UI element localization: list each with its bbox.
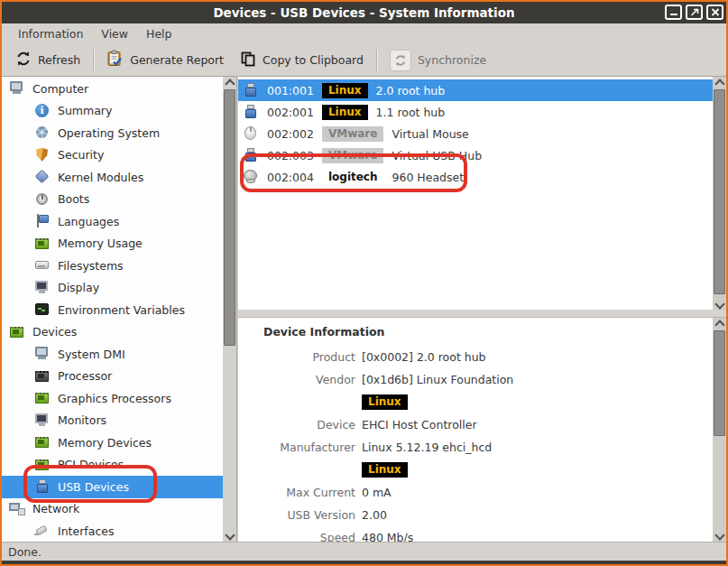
generate-report-button[interactable]: Generate Report xyxy=(98,46,232,74)
drive-icon xyxy=(34,257,51,274)
sidebar-item-pci-devices[interactable]: PCI Devices xyxy=(2,454,223,477)
scroll-up-arrow[interactable] xyxy=(223,77,236,89)
device-name: 2.0 root hub xyxy=(376,84,446,97)
scroll-up-arrow[interactable] xyxy=(713,318,726,330)
sidebar-item-label: Memory Devices xyxy=(58,436,152,450)
memory-chip-icon xyxy=(34,457,51,473)
chevron-down-icon xyxy=(714,530,724,540)
sidebar-item-interfaces[interactable]: Interfaces xyxy=(2,520,223,542)
vendor-badge: logitech xyxy=(322,170,384,185)
sidebar-item-network[interactable]: Network xyxy=(2,498,223,521)
sidebar-item-label: Interfaces xyxy=(58,524,114,538)
info-row-badge: Linux xyxy=(238,391,713,413)
info-panel-scrollbar-thumb[interactable] xyxy=(714,330,725,436)
info-panel-scrollbar[interactable] xyxy=(713,318,726,542)
flag-icon xyxy=(34,213,51,229)
sidebar-item-summary[interactable]: Summary xyxy=(2,100,223,123)
device-name: Virtual Mouse xyxy=(392,127,468,141)
toolbar-separator xyxy=(93,50,94,71)
copy-to-clipboard-button[interactable]: Copy to Clipboard xyxy=(232,47,372,74)
sidebar-item-label: Network xyxy=(32,502,79,515)
vendor-badge: Linux xyxy=(322,83,368,98)
info-value: 0 mA xyxy=(362,486,392,499)
statusbar: Done. xyxy=(2,542,726,561)
sidebar-item-boots[interactable]: Boots xyxy=(2,189,223,211)
info-label: Vendor xyxy=(238,373,362,386)
sidebar-item-usb-devices[interactable]: USB Devices xyxy=(2,476,223,498)
sidebar-item-security[interactable]: Security xyxy=(2,144,223,167)
synchronize-button[interactable]: Synchronize xyxy=(382,46,494,75)
sidebar-item-label: Environment Variables xyxy=(58,303,185,317)
info-row-usb-version: USB Version 2.00 xyxy=(238,504,713,526)
device-bus-id: 002:002 xyxy=(267,127,314,141)
toolbar-separator xyxy=(376,50,377,71)
sidebar-item-label: Summary xyxy=(58,104,112,117)
sidebar-item-label: Processor xyxy=(58,369,112,383)
chevron-up-icon xyxy=(225,79,235,88)
menu-information[interactable]: Information xyxy=(9,24,92,43)
info-row-badge: Linux xyxy=(238,459,713,481)
sidebar-item-memory-devices[interactable]: Memory Devices xyxy=(2,431,223,454)
display-icon xyxy=(34,280,51,296)
device-row-002-003[interactable]: 002:003 VMware Virtual USB Hub xyxy=(238,144,713,166)
device-list-scrollbar[interactable] xyxy=(713,77,726,311)
menu-view[interactable]: View xyxy=(92,24,137,43)
device-row-002-002[interactable]: 002:002 VMware Virtual Mouse xyxy=(238,123,713,144)
sidebar-item-computer[interactable]: Computer xyxy=(2,78,223,100)
memory-chip-icon xyxy=(34,434,51,450)
close-icon xyxy=(711,8,720,16)
scroll-down-arrow[interactable] xyxy=(713,529,726,542)
chevron-down-icon xyxy=(225,530,235,540)
sidebar-item-devices[interactable]: Devices xyxy=(2,321,223,344)
sidebar-item-environment-variables[interactable]: Environment Variables xyxy=(2,299,223,321)
info-label: Max Current xyxy=(238,486,362,499)
device-row-002-004[interactable]: 002:004 logitech 960 Headset xyxy=(238,166,713,188)
sidebar-item-label: Devices xyxy=(32,325,77,339)
sidebar-item-filesystems[interactable]: Filesystems xyxy=(2,255,223,277)
device-info-header: Device Information xyxy=(263,325,384,339)
sidebar-item-label: PCI Devices xyxy=(58,458,124,471)
sidebar-item-label: Kernel Modules xyxy=(58,171,143,184)
scroll-up-arrow[interactable] xyxy=(713,77,726,89)
close-button[interactable] xyxy=(706,5,723,20)
linux-badge: Linux xyxy=(362,462,408,478)
sidebar-item-kernel-modules[interactable]: Kernel Modules xyxy=(2,166,223,189)
device-row-002-001[interactable]: 002:001 Linux 1.1 root hub xyxy=(238,101,713,123)
sidebar-item-monitors[interactable]: Monitors xyxy=(2,410,223,432)
sidebar-item-graphics-processors[interactable]: Graphics Processors xyxy=(2,387,223,410)
menu-help[interactable]: Help xyxy=(137,24,181,43)
info-row-max-current: Max Current 0 mA xyxy=(238,481,713,504)
sidebar-item-label: Computer xyxy=(32,82,88,96)
sidebar-scrollbar[interactable] xyxy=(223,77,236,542)
scroll-down-arrow[interactable] xyxy=(223,529,236,542)
sidebar-item-label: System DMI xyxy=(58,348,125,361)
refresh-button[interactable]: Refresh xyxy=(7,47,88,73)
minimize-button[interactable] xyxy=(665,5,682,20)
sidebar-item-languages[interactable]: Languages xyxy=(2,210,223,233)
sidebar-item-display[interactable]: Display xyxy=(2,277,223,300)
device-row-001-001[interactable]: 001:001 Linux 2.0 root hub xyxy=(238,79,713,101)
info-value: Linux 5.12.19 ehci_hcd xyxy=(362,441,492,454)
usb-drive-icon xyxy=(243,82,259,98)
generate-report-label: Generate Report xyxy=(130,53,224,67)
info-row-device: Device EHCI Host Controller xyxy=(238,413,713,436)
maximize-icon xyxy=(690,8,699,16)
sidebar: Computer Summary Operating System Securi… xyxy=(2,76,237,542)
device-info-rows: Product [0x0002] 2.0 root hub Vendor [0x… xyxy=(238,346,713,549)
device-rows: 001:001 Linux 2.0 root hub 002:001 Linux… xyxy=(238,79,713,188)
device-list-scrollbar-thumb[interactable] xyxy=(714,89,725,294)
sidebar-item-operating-system[interactable]: Operating System xyxy=(2,122,223,144)
device-name: 1.1 root hub xyxy=(376,106,446,119)
maximize-button[interactable] xyxy=(686,5,703,20)
sidebar-item-memory-usage[interactable]: Memory Usage xyxy=(2,233,223,255)
titlebar[interactable]: Devices - USB Devices - System Informati… xyxy=(2,2,726,23)
processor-chip-icon xyxy=(34,368,51,385)
info-icon xyxy=(34,103,51,119)
scroll-down-arrow[interactable] xyxy=(713,298,726,311)
sidebar-scrollbar-thumb[interactable] xyxy=(224,89,235,346)
info-value: [0x1d6b] Linux Foundation xyxy=(362,373,513,386)
main-area: 001:001 Linux 2.0 root hub 002:001 Linux… xyxy=(238,76,726,542)
vendor-badge: VMware xyxy=(322,126,383,142)
sidebar-item-system-dmi[interactable]: System DMI xyxy=(2,343,223,366)
sidebar-item-processor[interactable]: Processor xyxy=(2,366,223,388)
